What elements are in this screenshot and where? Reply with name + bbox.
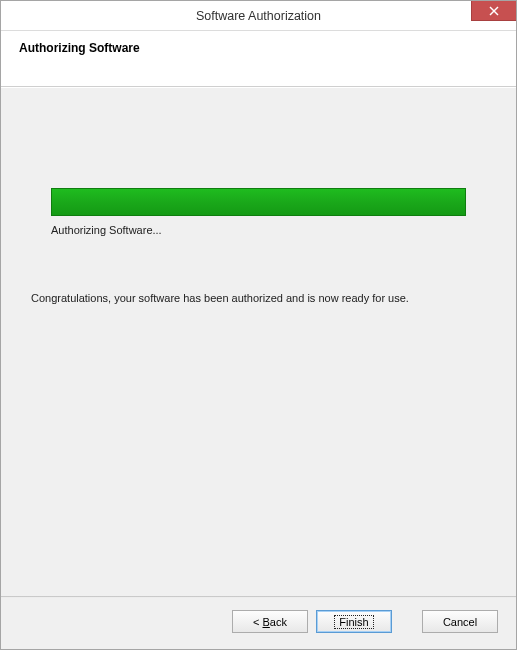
finish-button-label: Finish xyxy=(335,616,372,628)
titlebar: Software Authorization xyxy=(1,1,516,31)
wizard-header-title: Authorizing Software xyxy=(19,41,498,55)
progress-label: Authorizing Software... xyxy=(51,224,466,236)
cancel-button[interactable]: Cancel xyxy=(422,610,498,633)
close-icon xyxy=(489,6,499,16)
wizard-footer: < Back Finish Cancel xyxy=(1,598,516,649)
progress-section: Authorizing Software... xyxy=(21,188,496,236)
progress-bar xyxy=(51,188,466,216)
wizard-content: Authorizing Software... Congratulations,… xyxy=(1,87,516,596)
window-title: Software Authorization xyxy=(1,9,516,23)
close-button[interactable] xyxy=(471,1,516,21)
dialog-window: Software Authorization Authorizing Softw… xyxy=(0,0,517,650)
status-message: Congratulations, your software has been … xyxy=(21,292,496,304)
wizard-header: Authorizing Software xyxy=(1,31,516,87)
back-button-label: < Back xyxy=(253,616,287,628)
finish-button[interactable]: Finish xyxy=(316,610,392,633)
cancel-button-label: Cancel xyxy=(443,616,477,628)
spacer xyxy=(400,610,414,633)
back-button[interactable]: < Back xyxy=(232,610,308,633)
